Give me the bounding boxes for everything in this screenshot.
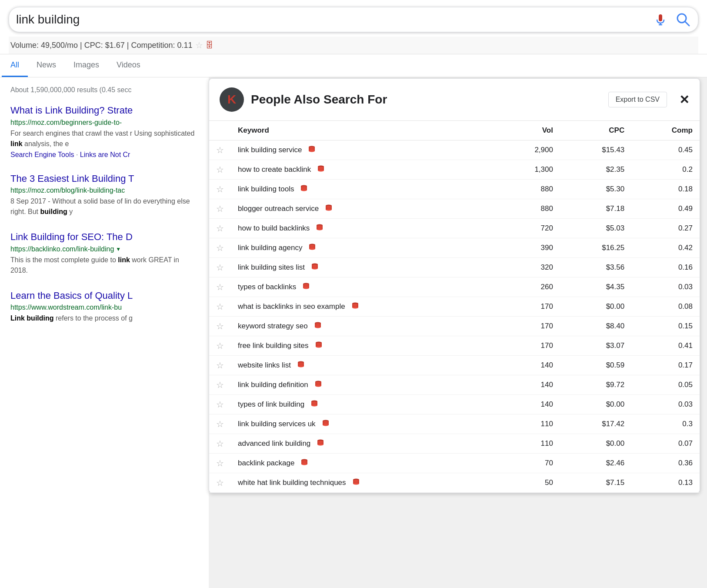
cpc-cell: $7.15 (560, 473, 631, 493)
db-icon (302, 282, 310, 290)
star-cell[interactable]: ☆ (209, 238, 231, 258)
db-icon (300, 458, 308, 466)
table-row: ☆ link building agency 390 $16.25 0.42 (209, 238, 700, 258)
cpc-cell: $17.42 (560, 414, 631, 434)
result-links: Search Engine Tools · Links are Not Cr (10, 151, 198, 159)
comp-cell: 0.36 (631, 454, 700, 473)
cpc-cell: $2.35 (560, 160, 631, 180)
star-cell[interactable]: ☆ (209, 336, 231, 356)
comp-cell: 0.45 (631, 140, 700, 160)
vol-cell: 170 (497, 317, 560, 336)
svg-point-131 (353, 482, 359, 484)
close-button[interactable]: ✕ (679, 93, 689, 107)
db-icon: 🗄 (206, 41, 213, 50)
vol-cell: 50 (497, 473, 560, 493)
star-icon[interactable]: ☆ (216, 458, 224, 468)
table-row: ☆ link building definition 140 $9.72 0.0 (209, 375, 700, 395)
star-cell[interactable]: ☆ (209, 414, 231, 434)
volume-text: Volume: 49,500/mo | CPC: $1.67 | Competi… (10, 41, 193, 50)
cpc-cell: $15.43 (560, 140, 631, 160)
star-cell[interactable]: ☆ (209, 160, 231, 180)
keyword-cell: link building definition (231, 375, 497, 395)
star-cell[interactable]: ☆ (209, 277, 231, 297)
star-icon[interactable]: ☆ (216, 341, 224, 351)
favorite-icon[interactable]: ☆ (195, 40, 203, 50)
star-icon[interactable]: ☆ (216, 419, 224, 429)
star-cell[interactable]: ☆ (209, 317, 231, 336)
star-icon[interactable]: ☆ (216, 400, 224, 409)
keyword-cell: keyword strategy seo (231, 317, 497, 336)
star-icon[interactable]: ☆ (216, 361, 224, 370)
result-title[interactable]: Link Building for SEO: The D (10, 231, 198, 244)
db-icon (300, 184, 308, 192)
cpc-cell: $9.72 (560, 375, 631, 395)
star-icon[interactable]: ☆ (216, 243, 224, 253)
keyword-cell: how to build backlinks (231, 219, 497, 238)
svg-point-117 (317, 443, 323, 445)
keyword-cell: what is backlinks in seo example (231, 297, 497, 317)
star-cell[interactable]: ☆ (209, 356, 231, 375)
star-cell[interactable]: ☆ (209, 434, 231, 454)
comp-cell: 0.41 (631, 336, 700, 356)
star-icon[interactable]: ☆ (216, 321, 224, 331)
star-cell[interactable]: ☆ (209, 219, 231, 238)
svg-point-75 (315, 326, 321, 328)
pasf-title-group: K People Also Search For (220, 87, 387, 112)
result-item: Link Building for SEO: The D https://bac… (10, 231, 198, 276)
star-icon[interactable]: ☆ (216, 184, 224, 194)
star-icon[interactable]: ☆ (216, 165, 224, 174)
svg-point-89 (298, 365, 304, 367)
vol-cell: 140 (497, 356, 560, 375)
comp-cell: 0.05 (631, 375, 700, 395)
star-cell[interactable]: ☆ (209, 473, 231, 493)
keyword-text: what is backlinks in seo example (238, 302, 345, 311)
search-submit-icon[interactable] (675, 12, 691, 27)
star-icon[interactable]: ☆ (216, 478, 224, 488)
star-cell[interactable]: ☆ (209, 454, 231, 473)
star-icon[interactable]: ☆ (216, 380, 224, 390)
table-row: ☆ free link building sites 170 $3.07 0.4 (209, 336, 700, 356)
tab-videos[interactable]: Videos (108, 54, 149, 77)
result-title[interactable]: The 3 Easiest Link Building T (10, 173, 198, 185)
star-icon[interactable]: ☆ (216, 263, 224, 272)
keyword-cell: website links list (231, 356, 497, 375)
svg-point-26 (301, 189, 307, 191)
star-cell[interactable]: ☆ (209, 180, 231, 199)
star-cell[interactable]: ☆ (209, 258, 231, 277)
star-icon[interactable]: ☆ (216, 145, 224, 155)
star-icon[interactable]: ☆ (216, 302, 224, 311)
search-input[interactable] (16, 13, 653, 27)
tab-images[interactable]: Images (65, 54, 108, 77)
tab-news[interactable]: News (28, 54, 65, 77)
star-icon[interactable]: ☆ (216, 204, 224, 214)
result-title[interactable]: Learn the Basics of Quality L (10, 290, 198, 302)
vol-cell: 110 (497, 434, 560, 454)
search-results: About 1,590,000,000 results (0.45 secc W… (0, 77, 209, 588)
db-icon (322, 419, 330, 427)
comp-cell: 0.42 (631, 238, 700, 258)
comp-cell: 0.07 (631, 434, 700, 454)
star-icon[interactable]: ☆ (216, 224, 224, 233)
star-cell[interactable]: ☆ (209, 297, 231, 317)
result-url: https://moz.com/blog/link-building-tac (10, 187, 198, 194)
star-cell[interactable]: ☆ (209, 395, 231, 414)
table-row: ☆ link building services uk 110 $17.42 0 (209, 414, 700, 434)
keyword-text: link building definition (238, 381, 308, 389)
vol-cell: 70 (497, 454, 560, 473)
keyword-cell: types of link building (231, 395, 497, 414)
cpc-cell: $3.07 (560, 336, 631, 356)
pasf-table: Keyword Vol CPC Comp ☆ link building ser… (209, 121, 700, 493)
star-cell[interactable]: ☆ (209, 199, 231, 219)
star-cell[interactable]: ☆ (209, 375, 231, 395)
star-icon[interactable]: ☆ (216, 439, 224, 448)
cpc-cell: $16.25 (560, 238, 631, 258)
vol-cell: 170 (497, 336, 560, 356)
cpc-cell: $8.40 (560, 317, 631, 336)
mic-icon[interactable] (653, 12, 668, 27)
tab-all[interactable]: All (2, 54, 28, 77)
comp-cell: 0.08 (631, 297, 700, 317)
star-icon[interactable]: ☆ (216, 282, 224, 292)
star-cell[interactable]: ☆ (209, 140, 231, 160)
export-csv-button[interactable]: Export to CSV (608, 92, 667, 107)
result-title[interactable]: What is Link Building? Strate (10, 104, 198, 117)
